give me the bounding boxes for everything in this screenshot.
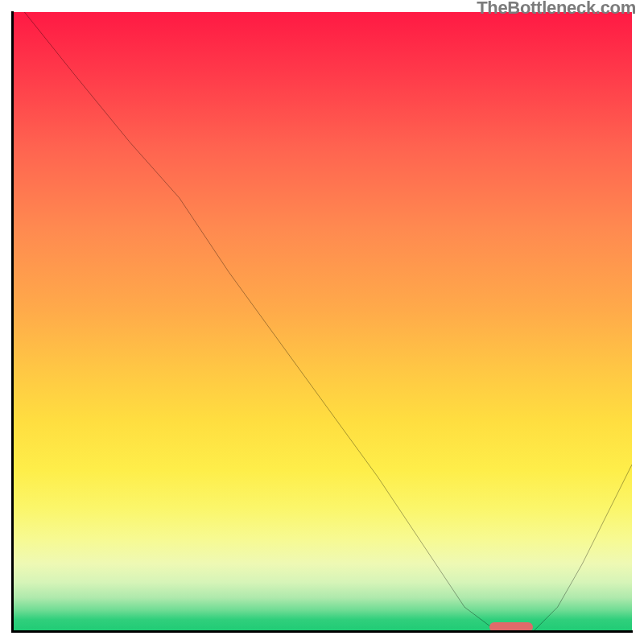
watermark-text: TheBottleneck.com — [477, 0, 636, 19]
heat-gradient — [12, 12, 632, 632]
target-range-marker — [489, 622, 533, 632]
bottleneck-plot: TheBottleneck.com — [0, 0, 644, 644]
